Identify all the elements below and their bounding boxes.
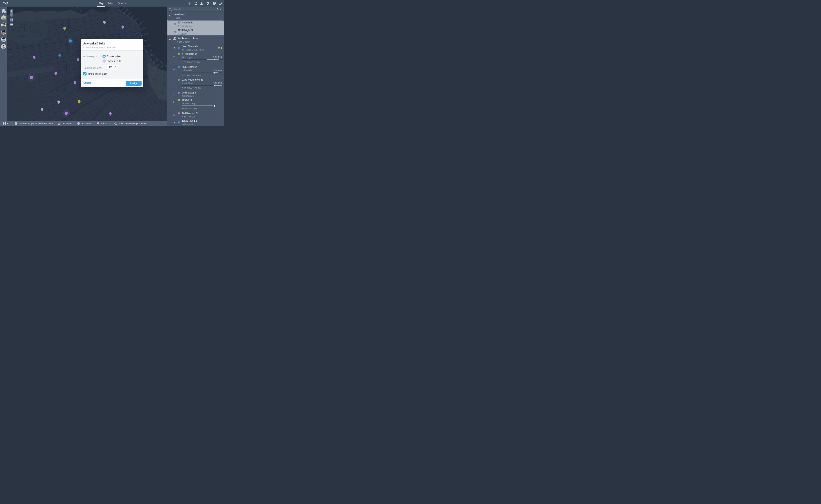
svg-text:?: ? [214, 2, 215, 4]
